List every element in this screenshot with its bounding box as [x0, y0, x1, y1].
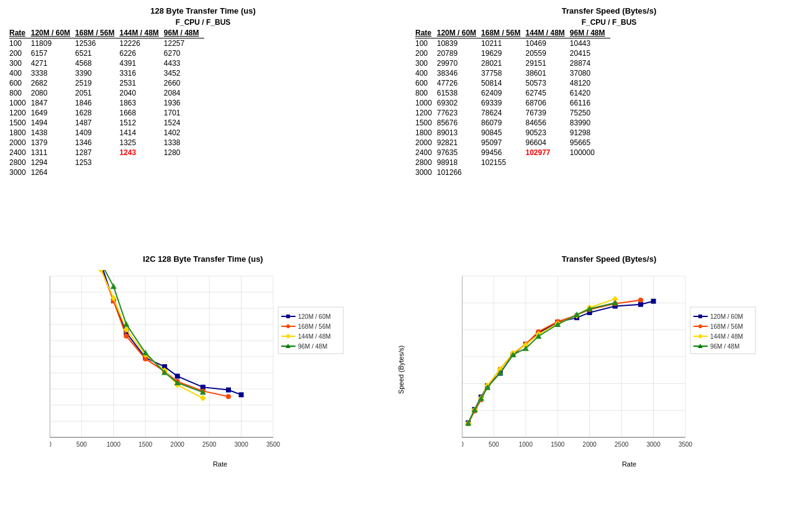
table-cell: 400 [415, 68, 437, 78]
table-row: 10010839102111046910443 [415, 38, 610, 49]
table-cell: 62745 [525, 88, 569, 98]
table-cell: 1280 [164, 148, 204, 158]
table-row: 280098918102155 [415, 158, 610, 167]
table-cell: 97635 [437, 148, 481, 158]
table-cell [570, 167, 610, 177]
table-cell: 200 [415, 48, 437, 58]
table-cell: 2531 [119, 78, 163, 88]
table-cell: 62409 [481, 88, 525, 98]
table-cell: 6226 [119, 48, 163, 58]
table-cell: 4433 [164, 58, 204, 68]
table-cell: 37758 [481, 68, 525, 78]
right-table-panel: Transfer Speed (Bytes/s) F_CPU / F_BUS R… [406, 0, 812, 248]
table-cell: 86079 [481, 118, 525, 128]
chart1-canvas [50, 270, 348, 456]
table-header: Rate [9, 28, 31, 38]
table-row: 40038346377583860137080 [415, 68, 610, 78]
table-cell: 10839 [437, 38, 481, 49]
table-cell: 1494 [31, 118, 75, 128]
table-cell: 2084 [164, 88, 204, 98]
table-row: 8002080205120402084 [9, 88, 204, 98]
table-row: 30029970280212915128874 [415, 58, 610, 68]
table-cell: 100 [415, 38, 437, 49]
table-cell: 1409 [75, 128, 119, 138]
table-cell: 2051 [75, 88, 119, 98]
table-cell: 61420 [570, 88, 610, 98]
table-cell: 1000 [415, 98, 437, 108]
table-row: 4003338339033163452 [9, 68, 204, 78]
chart1-panel: I2C 128 Byte Transfer Time (us) Time (us… [0, 248, 406, 518]
table-cell: 19629 [481, 48, 525, 58]
table-cell [75, 167, 119, 177]
table-cell: 300 [9, 58, 31, 68]
table-cell: 1936 [164, 98, 204, 108]
left-table-subheader: F_CPU / F_BUS [9, 18, 397, 27]
table-cell: 90523 [525, 128, 569, 138]
table-cell: 2000 [415, 138, 437, 148]
table-row: 150085676860798465683990 [415, 118, 610, 128]
table-cell: 102977 [525, 148, 569, 158]
table-header: 144M / 48M [525, 28, 569, 38]
table-cell: 1253 [75, 158, 119, 167]
table-cell: 2000 [9, 138, 31, 148]
table-cell: 100 [9, 38, 31, 49]
table-cell: 1379 [31, 138, 75, 148]
table-cell: 76739 [525, 108, 569, 118]
table-row: 200092821950979660495665 [415, 138, 610, 148]
table-cell: 1402 [164, 128, 204, 138]
table-cell: 102155 [481, 158, 525, 167]
table-header: 120M / 60M [437, 28, 481, 38]
table-cell: 90845 [481, 128, 525, 138]
table-cell: 12536 [75, 38, 119, 49]
table-cell: 6157 [31, 48, 75, 58]
table-cell: 200 [9, 48, 31, 58]
table-row: 12001649162816681701 [9, 108, 204, 118]
table-cell: 95665 [570, 138, 610, 148]
table-cell: 1243 [119, 148, 163, 158]
table-row: 20020789196292055920415 [415, 48, 610, 58]
table-cell: 1800 [415, 128, 437, 138]
table-cell: 1628 [75, 108, 119, 118]
table-cell: 75250 [570, 108, 610, 118]
table-cell: 47726 [437, 78, 481, 88]
table-row: 24001311128712431280 [9, 148, 204, 158]
table-cell: 1311 [31, 148, 75, 158]
table-row: 80061538624096274561420 [415, 88, 610, 98]
table-cell: 1264 [31, 167, 75, 177]
table-cell: 1338 [164, 138, 204, 148]
right-table-title: Transfer Speed (Bytes/s) [415, 6, 803, 16]
table-row: 30001264 [9, 167, 204, 177]
table-row: 60047726508145057348120 [415, 78, 610, 88]
table-cell: 1500 [9, 118, 31, 128]
chart1-title: I2C 128 Byte Transfer Time (us) [9, 254, 397, 264]
table-row: 180089013908459052391298 [415, 128, 610, 138]
table-cell: 2682 [31, 78, 75, 88]
table-cell: 69302 [437, 98, 481, 108]
table-cell: 3452 [164, 68, 204, 78]
table-cell: 11809 [31, 38, 75, 49]
right-table: Rate120M / 60M168M / 56M144M / 48M96M / … [415, 28, 610, 177]
table-cell: 1649 [31, 108, 75, 118]
table-row: 6002682251925312660 [9, 78, 204, 88]
table-cell: 92821 [437, 138, 481, 148]
table-cell: 800 [9, 88, 31, 98]
table-cell: 89013 [437, 128, 481, 138]
table-cell: 37080 [570, 68, 610, 78]
table-cell [570, 158, 610, 167]
left-table-title: 128 Byte Transfer Time (us) [9, 6, 397, 16]
left-table-panel: 128 Byte Transfer Time (us) F_CPU / F_BU… [0, 0, 406, 248]
table-row: 3004271456843914433 [9, 58, 204, 68]
table-cell [119, 158, 163, 167]
table-cell: 600 [9, 78, 31, 88]
table-cell: 800 [415, 88, 437, 98]
table-cell: 99456 [481, 148, 525, 158]
main-container: 128 Byte Transfer Time (us) F_CPU / F_BU… [0, 0, 812, 518]
table-cell: 3338 [31, 68, 75, 78]
left-table: Rate120M / 60M168M / 56M144M / 48M96M / … [9, 28, 204, 177]
table-cell: 10469 [525, 38, 569, 49]
table-cell: 1524 [164, 118, 204, 128]
table-cell: 4568 [75, 58, 119, 68]
chart2-canvas [462, 270, 760, 456]
table-cell: 29151 [525, 58, 569, 68]
table-cell: 1294 [31, 158, 75, 167]
